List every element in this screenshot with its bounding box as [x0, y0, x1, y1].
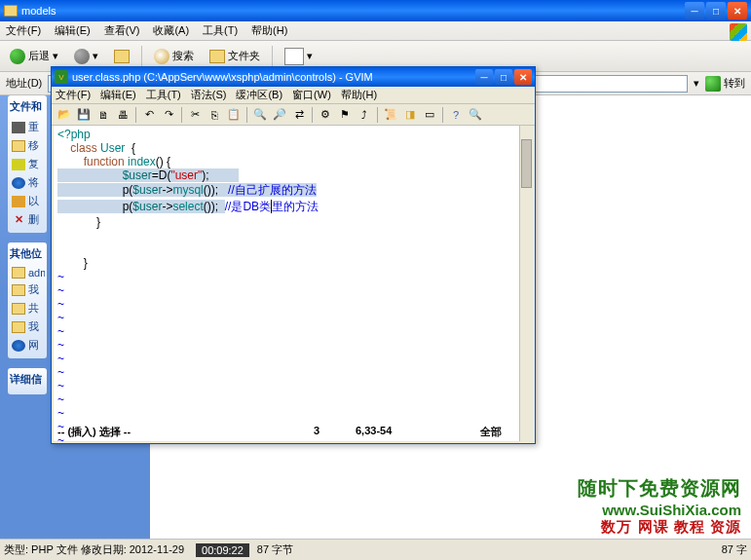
gvim-editor[interactable]: <?php class User { function index() { $u… [54, 126, 533, 441]
status-bytes: 87 字节 [257, 542, 293, 557]
gvim-menu-syntax[interactable]: 语法(S) [191, 88, 227, 102]
menu-help[interactable]: 帮助(H) [251, 23, 287, 38]
web-icon [12, 177, 25, 189]
mail-icon [12, 196, 25, 207]
gvim-statusline: -- (插入) 选择 --36,33-54全部 [57, 425, 502, 439]
open-icon[interactable]: 📂 [56, 106, 73, 124]
panel-header: 文件和 [10, 99, 45, 114]
shell-icon[interactable]: ▭ [421, 106, 438, 124]
close-button[interactable]: ✕ [728, 2, 747, 19]
help-icon[interactable]: ? [447, 106, 465, 124]
save-icon[interactable]: 💾 [75, 106, 93, 124]
findhelp-icon[interactable]: 🔍 [467, 106, 484, 124]
panel-header: 详细信 [10, 372, 45, 387]
move-icon [12, 140, 25, 152]
menu-tools[interactable]: 工具(T) [203, 23, 238, 38]
gvim-menu-tools[interactable]: 工具(T) [146, 88, 181, 102]
menu-edit[interactable]: 编辑(E) [55, 23, 91, 38]
menu-view[interactable]: 查看(V) [104, 23, 140, 38]
paste-icon[interactable]: 📋 [225, 106, 243, 124]
sidebar-item[interactable]: 共 [10, 299, 45, 317]
timecode: 00:09:22 [196, 543, 249, 557]
folder-icon [4, 5, 18, 17]
tagjump-icon[interactable]: ⤴ [356, 106, 373, 124]
forward-button[interactable]: ▾ [70, 47, 102, 66]
minimize-button[interactable]: ─ [685, 2, 704, 19]
network-icon [12, 340, 25, 352]
cut-icon[interactable]: ✂ [186, 106, 204, 124]
explorer-title: models [21, 5, 56, 17]
sidebar-item[interactable]: 重 [10, 118, 45, 136]
replace-icon[interactable]: ⇄ [290, 106, 308, 124]
back-button[interactable]: 后退 ▾ [6, 47, 62, 66]
menu-file[interactable]: 文件(F) [6, 23, 41, 38]
dropdown-icon: ▾ [53, 50, 58, 62]
gvim-menu-buffers[interactable]: 缓冲区(B) [236, 88, 282, 102]
go-button[interactable]: 转到 [705, 76, 745, 92]
gvim-title: user.class.php (C:\AppServ\www\xsphp\adm… [72, 71, 373, 83]
views-button[interactable]: ▾ [281, 46, 317, 67]
findnext-icon[interactable]: 🔎 [271, 106, 288, 124]
gvim-menu-window[interactable]: 窗口(W) [292, 88, 331, 102]
saveall-icon[interactable]: 🗎 [94, 106, 112, 124]
sidebar-item[interactable]: 以 [10, 192, 45, 210]
maximize-button[interactable]: □ [706, 2, 726, 19]
menu-favorites[interactable]: 收藏(A) [153, 23, 189, 38]
places-panel: 其他位 adm 我 共 我 网 [8, 243, 47, 358]
vim-position: 6,33-54 [356, 425, 453, 439]
status-type: 类型: PHP 文件 修改日期: 2012-11-29 [4, 542, 184, 557]
sidebar-item[interactable]: ✕删 [10, 210, 45, 229]
scrollbar[interactable] [519, 126, 533, 441]
go-icon [705, 76, 721, 92]
sidebar-item[interactable]: 将 [10, 173, 45, 192]
address-dropdown-icon[interactable]: ▾ [694, 77, 699, 90]
make-icon[interactable]: ⚙ [317, 106, 334, 124]
print-icon[interactable]: 🖶 [114, 106, 131, 124]
gvim-titlebar[interactable]: V user.class.php (C:\AppServ\www\xsphp\a… [52, 67, 535, 87]
gvim-menu-edit[interactable]: 编辑(E) [100, 88, 136, 102]
search-icon [154, 49, 169, 64]
undo-icon[interactable]: ↶ [140, 106, 158, 124]
windows-flag-icon [730, 23, 747, 41]
ctags-icon[interactable]: ⚑ [336, 106, 354, 124]
vim-lines: 3 [278, 425, 356, 439]
folder-icon [12, 284, 25, 296]
watermark: 随时下免费资源网 www.SuiShiXia.com 数万 网课 教程 资源 [578, 475, 741, 537]
script-icon[interactable]: 📜 [382, 106, 399, 124]
copy-icon [12, 159, 25, 170]
gvim-minimize-button[interactable]: ─ [475, 69, 493, 85]
vim-percent: 全部 [453, 425, 502, 439]
sidebar-item[interactable]: 复 [10, 155, 45, 173]
back-icon [10, 49, 25, 64]
forward-icon [74, 49, 90, 64]
find-icon[interactable]: 🔍 [251, 106, 269, 124]
copy-icon[interactable]: ⎘ [206, 106, 223, 124]
explorer-statusbar: 类型: PHP 文件 修改日期: 2012-11-29 00:09:22 87 … [0, 539, 751, 560]
up-button[interactable] [110, 48, 133, 65]
sidebar: 文件和 重 移 复 将 以 ✕删 其他位 adm 我 共 我 网 详细信 [8, 95, 47, 404]
sidebar-item[interactable]: adm [10, 265, 45, 280]
sidebar-item[interactable]: 我 [10, 317, 45, 336]
redo-icon[interactable]: ↷ [160, 106, 177, 124]
folder-icon [12, 303, 25, 315]
computer-icon [12, 321, 25, 333]
code-area[interactable]: <?php class User { function index() { $u… [54, 126, 519, 441]
gvim-close-button[interactable]: ✕ [514, 69, 532, 85]
gvim-menu-help[interactable]: 帮助(H) [341, 88, 377, 102]
gvim-menu-file[interactable]: 文件(F) [56, 88, 91, 102]
search-button[interactable]: 搜索 [150, 47, 198, 66]
watermark-line2: www.SuiShiXia.com [578, 502, 741, 518]
gvim-maximize-button[interactable]: □ [495, 69, 512, 85]
views-icon [284, 48, 304, 65]
tasks-panel: 文件和 重 移 复 将 以 ✕删 [8, 95, 47, 233]
gvim-icon: V [55, 70, 68, 84]
explorer-menubar: 文件(F) 编辑(E) 查看(V) 收藏(A) 工具(T) 帮助(H) [0, 21, 751, 41]
sidebar-item[interactable]: 移 [10, 136, 45, 155]
sidebar-item[interactable]: 网 [10, 336, 45, 355]
sidebar-item[interactable]: 我 [10, 280, 45, 299]
session-icon[interactable]: ◨ [401, 106, 419, 124]
scrollbar-thumb[interactable] [521, 139, 532, 188]
vim-mode: -- (插入) 选择 -- [57, 425, 278, 439]
folders-button[interactable]: 文件夹 [206, 47, 264, 65]
rename-icon [12, 122, 25, 133]
